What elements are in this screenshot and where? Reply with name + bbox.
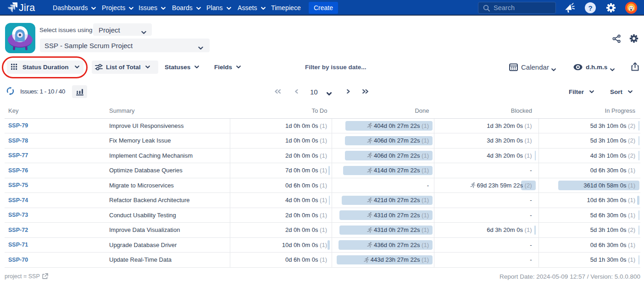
svg-text:?: ? [588, 4, 592, 12]
